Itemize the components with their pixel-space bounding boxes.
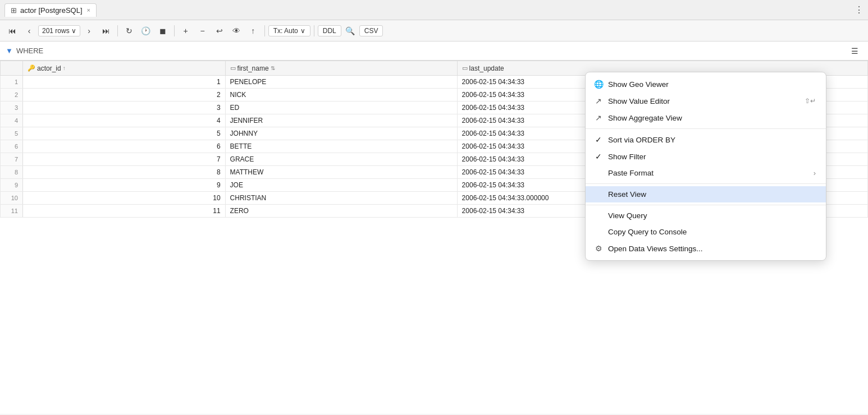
menu-icon-show-aggregate-view: ↗ bbox=[593, 113, 604, 122]
menu-separator-after-show-aggregate-view bbox=[586, 128, 826, 129]
menu-label-show-value-editor: Show Value Editor bbox=[608, 97, 800, 105]
separator-1 bbox=[117, 25, 118, 36]
actor-tab[interactable]: ⊞ actor [PostgreSQL] × bbox=[4, 3, 97, 17]
row-num-cell: 4 bbox=[1, 114, 23, 127]
filter-icon: ▼ bbox=[6, 47, 13, 55]
menu-item-reset-view[interactable]: Reset View bbox=[586, 186, 826, 202]
tab-close-button[interactable]: × bbox=[87, 7, 90, 13]
row-num-cell: 9 bbox=[1, 178, 23, 191]
search-button[interactable]: 🔍 bbox=[342, 24, 358, 38]
first-name-cell: NICK bbox=[225, 88, 457, 101]
first-name-cell: JOE bbox=[225, 178, 457, 191]
row-num-cell: 7 bbox=[1, 153, 23, 165]
check-icon: ✓ bbox=[593, 135, 604, 144]
menu-item-paste-format[interactable]: Paste Format› bbox=[586, 165, 826, 181]
menu-item-show-filter[interactable]: ✓Show Filter bbox=[586, 148, 826, 165]
context-menu: 🌐Show Geo Viewer↗Show Value Editor⇧↵↗Sho… bbox=[585, 72, 826, 261]
menu-label-sort-order-by: Sort via ORDER BY bbox=[608, 136, 816, 144]
actor-id-cell: 3 bbox=[23, 101, 226, 114]
menu-label-show-filter: Show Filter bbox=[608, 153, 816, 161]
shortcut-show-value-editor: ⇧↵ bbox=[805, 97, 816, 105]
row-num-cell: 3 bbox=[1, 101, 23, 114]
actor-id-cell: 8 bbox=[23, 165, 226, 178]
delete-row-button[interactable]: − bbox=[195, 24, 211, 38]
next-page-button[interactable]: › bbox=[81, 24, 97, 38]
menu-separator-after-paste-format bbox=[586, 183, 826, 184]
filter-label: WHERE bbox=[16, 47, 43, 55]
menu-item-open-data-views-settings[interactable]: ⚙Open Data Views Settings... bbox=[586, 240, 826, 257]
history-button[interactable]: 🕐 bbox=[138, 24, 154, 38]
separator-3 bbox=[264, 25, 265, 36]
row-num-cell: 8 bbox=[1, 165, 23, 178]
row-num-header bbox=[1, 61, 23, 76]
first-name-cell: ED bbox=[225, 101, 457, 114]
first-name-cell: BETTE bbox=[225, 140, 457, 153]
first-name-cell: JOHNNY bbox=[225, 127, 457, 140]
actor-id-cell: 9 bbox=[23, 178, 226, 191]
col-actor-id-label: actor_id bbox=[37, 64, 61, 72]
separator-4 bbox=[314, 25, 314, 36]
refresh-button[interactable]: ↻ bbox=[121, 24, 137, 38]
menu-label-copy-query-console: Copy Query to Console bbox=[608, 228, 816, 236]
menu-item-copy-query-console[interactable]: Copy Query to Console bbox=[586, 224, 826, 240]
menu-item-show-aggregate-view[interactable]: ↗Show Aggregate View bbox=[586, 109, 826, 126]
table-icon: ⊞ bbox=[11, 6, 17, 15]
export-button[interactable]: ↑ bbox=[245, 24, 261, 38]
sort-both-icon: ⇅ bbox=[271, 65, 275, 71]
first-name-cell: CHRISTIAN bbox=[225, 191, 457, 204]
add-row-button[interactable]: + bbox=[178, 24, 194, 38]
menu-item-show-value-editor[interactable]: ↗Show Value Editor⇧↵ bbox=[586, 93, 826, 109]
last-page-button[interactable]: ⏭ bbox=[98, 24, 114, 38]
filter-options-button[interactable]: ☰ bbox=[847, 44, 862, 58]
menu-icon-open-data-views-settings: ⚙ bbox=[593, 244, 604, 253]
menu-icon-show-geo-viewer: 🌐 bbox=[593, 80, 604, 89]
menu-item-sort-order-by[interactable]: ✓Sort via ORDER BY bbox=[586, 131, 826, 148]
prev-page-button[interactable]: ‹ bbox=[21, 24, 37, 38]
actor-id-cell: 1 bbox=[23, 75, 226, 88]
toolbar: ⏮ ‹ 201 rows ∨ › ⏭ ↻ 🕐 ◼ + − ↩ 👁 ↑ Tx: A… bbox=[0, 20, 868, 42]
row-num-cell: 1 bbox=[1, 75, 23, 88]
arrow-paste-format: › bbox=[814, 169, 816, 177]
menu-label-show-aggregate-view: Show Aggregate View bbox=[608, 114, 816, 122]
csv-button[interactable]: CSV bbox=[359, 25, 383, 36]
more-options-button[interactable]: ⋮ bbox=[855, 4, 864, 15]
col-header-actor-id[interactable]: 🔑 actor_id ↑ bbox=[23, 61, 226, 76]
row-num-cell: 6 bbox=[1, 140, 23, 153]
row-num-cell: 2 bbox=[1, 88, 23, 101]
first-name-cell: ZERO bbox=[225, 204, 457, 217]
tab-bar: ⊞ actor [PostgreSQL] × ⋮ bbox=[0, 0, 868, 20]
menu-item-view-query[interactable]: View Query bbox=[586, 208, 826, 224]
col-type-icon-2: ▭ bbox=[462, 64, 468, 72]
eye-button[interactable]: 👁 bbox=[229, 24, 244, 38]
menu-label-open-data-views-settings: Open Data Views Settings... bbox=[608, 245, 816, 253]
filter-bar: ▼ WHERE ☰ bbox=[0, 42, 868, 61]
actor-id-cell: 10 bbox=[23, 191, 226, 204]
stop-button[interactable]: ◼ bbox=[155, 24, 171, 38]
key-icon: 🔑 bbox=[28, 64, 35, 72]
col-type-icon-1: ▭ bbox=[230, 64, 236, 72]
actor-id-cell: 2 bbox=[23, 88, 226, 101]
menu-label-paste-format: Paste Format bbox=[608, 169, 809, 177]
menu-label-show-geo-viewer: Show Geo Viewer bbox=[608, 80, 816, 89]
first-name-cell: MATTHEW bbox=[225, 165, 457, 178]
col-first-name-label: first_name bbox=[237, 64, 269, 72]
menu-label-reset-view: Reset View bbox=[608, 190, 816, 199]
tx-selector[interactable]: Tx: Auto ∨ bbox=[268, 25, 310, 36]
menu-icon-show-value-editor: ↗ bbox=[593, 96, 604, 105]
row-num-cell: 11 bbox=[1, 204, 23, 217]
actor-id-cell: 6 bbox=[23, 140, 226, 153]
tab-title: actor [PostgreSQL] bbox=[20, 6, 83, 15]
rows-count: 201 rows bbox=[42, 27, 70, 35]
tx-label: Tx: Auto bbox=[273, 27, 298, 35]
separator-2 bbox=[174, 25, 175, 36]
undo-button[interactable]: ↩ bbox=[212, 24, 227, 38]
menu-separator-after-reset-view bbox=[586, 205, 826, 205]
menu-item-show-geo-viewer[interactable]: 🌐Show Geo Viewer bbox=[586, 76, 826, 93]
ddl-button[interactable]: DDL bbox=[318, 25, 341, 36]
actor-id-cell: 7 bbox=[23, 153, 226, 165]
tx-dropdown-icon: ∨ bbox=[300, 27, 305, 35]
rows-selector[interactable]: 201 rows ∨ bbox=[38, 25, 80, 36]
first-page-button[interactable]: ⏮ bbox=[4, 24, 20, 38]
actor-id-cell: 5 bbox=[23, 127, 226, 140]
col-header-first-name[interactable]: ▭ first_name ⇅ bbox=[225, 61, 457, 76]
